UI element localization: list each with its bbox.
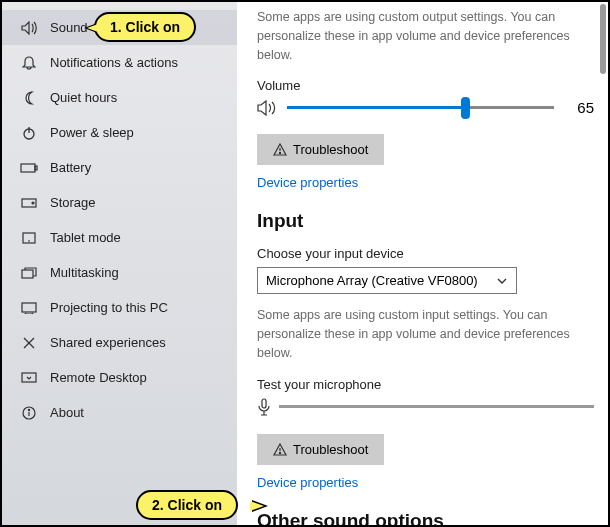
sidebar-item-projecting[interactable]: Projecting to this PC: [2, 290, 237, 325]
battery-icon: [20, 163, 38, 173]
settings-content: Some apps are using custom output settin…: [237, 2, 608, 525]
input-device-dropdown[interactable]: Microphone Array (Creative VF0800): [257, 267, 517, 294]
sidebar-label: About: [50, 405, 84, 420]
input-device-properties-link[interactable]: Device properties: [257, 475, 358, 490]
input-description: Some apps are using custom input setting…: [257, 306, 594, 362]
svg-point-17: [279, 153, 280, 154]
sidebar-label: Projecting to this PC: [50, 300, 168, 315]
sidebar-item-tablet-mode[interactable]: Tablet mode: [2, 220, 237, 255]
sidebar-item-about[interactable]: About: [2, 395, 237, 430]
test-mic-label: Test your microphone: [257, 377, 594, 392]
sidebar-label: Storage: [50, 195, 96, 210]
share-icon: [20, 336, 38, 350]
bell-icon: [20, 55, 38, 71]
input-troubleshoot-button[interactable]: Troubleshoot: [257, 434, 384, 465]
remote-icon: [20, 372, 38, 384]
choose-input-label: Choose your input device: [257, 246, 594, 261]
mic-level-bar: [279, 405, 594, 408]
volume-value: 65: [564, 99, 594, 116]
sidebar-label: Power & sleep: [50, 125, 134, 140]
sidebar-item-multitasking[interactable]: Multitasking: [2, 255, 237, 290]
annotation-callout-1: 1. Click on: [94, 12, 196, 42]
drive-icon: [20, 198, 38, 208]
speaker-icon: [257, 100, 277, 116]
output-troubleshoot-button[interactable]: Troubleshoot: [257, 134, 384, 165]
sidebar-label: Sound: [50, 20, 88, 35]
sidebar-item-shared-exp[interactable]: Shared experiences: [2, 325, 237, 360]
sidebar-item-power-sleep[interactable]: Power & sleep: [2, 115, 237, 150]
output-description: Some apps are using custom output settin…: [257, 8, 594, 64]
svg-rect-18: [262, 399, 266, 408]
other-options-heading: Other sound options: [257, 510, 594, 526]
sidebar-label: Tablet mode: [50, 230, 121, 245]
svg-point-20: [279, 452, 280, 453]
warning-icon: [273, 443, 287, 456]
moon-icon: [20, 91, 38, 105]
volume-label: Volume: [257, 78, 594, 93]
svg-point-15: [28, 409, 29, 410]
input-heading: Input: [257, 210, 594, 232]
sidebar-item-quiet-hours[interactable]: Quiet hours: [2, 80, 237, 115]
output-device-properties-link[interactable]: Device properties: [257, 175, 358, 190]
sidebar-item-remote-desktop[interactable]: Remote Desktop: [2, 360, 237, 395]
sidebar-label: Notifications & actions: [50, 55, 178, 70]
svg-rect-2: [21, 164, 35, 172]
svg-rect-8: [22, 270, 33, 278]
sidebar-label: Multitasking: [50, 265, 119, 280]
settings-sidebar: Sound Notifications & actions Quiet hour…: [2, 2, 237, 525]
power-icon: [20, 126, 38, 140]
sidebar-label: Remote Desktop: [50, 370, 147, 385]
sidebar-label: Battery: [50, 160, 91, 175]
svg-point-5: [32, 202, 34, 204]
volume-slider[interactable]: [287, 106, 554, 109]
annotation-callout-2: 2. Click on: [136, 490, 238, 520]
tablet-icon: [20, 232, 38, 244]
multitask-icon: [20, 267, 38, 279]
microphone-icon: [257, 398, 271, 416]
chevron-down-icon: [496, 277, 508, 285]
svg-rect-9: [22, 303, 36, 312]
sidebar-item-storage[interactable]: Storage: [2, 185, 237, 220]
sidebar-label: Shared experiences: [50, 335, 166, 350]
scrollbar[interactable]: [600, 4, 606, 74]
project-icon: [20, 302, 38, 314]
sidebar-item-notifications[interactable]: Notifications & actions: [2, 45, 237, 80]
warning-icon: [273, 143, 287, 156]
svg-rect-12: [22, 373, 36, 382]
svg-rect-3: [35, 166, 37, 170]
sound-icon: [20, 21, 38, 35]
info-icon: [20, 406, 38, 420]
sidebar-item-battery[interactable]: Battery: [2, 150, 237, 185]
sidebar-label: Quiet hours: [50, 90, 117, 105]
